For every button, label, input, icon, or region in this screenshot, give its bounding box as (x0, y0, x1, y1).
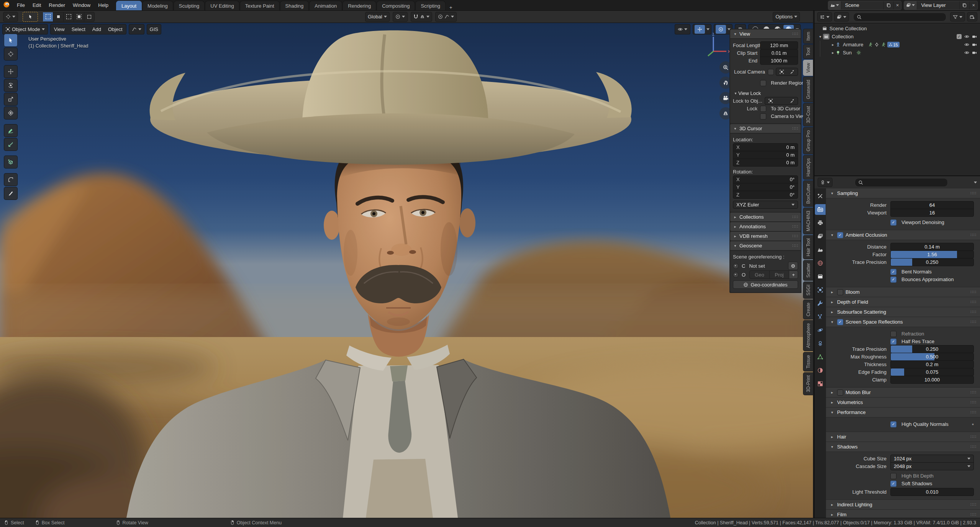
outliner-row-scene-collection[interactable]: Scene Collection (814, 25, 980, 33)
outliner-filter-dropdown[interactable] (950, 12, 965, 21)
high-bit-depth-checkbox[interactable] (890, 473, 896, 479)
hide-eye-icon[interactable] (964, 50, 969, 55)
menu-select[interactable]: Select (69, 26, 88, 32)
scene-selector[interactable]: Scene × (828, 1, 902, 10)
motion-blur-checkbox[interactable] (837, 390, 843, 396)
navigation-axis-gizmo[interactable]: z x (702, 31, 732, 62)
panel-motion-blur-header[interactable]: ▸ Motion Blur∷∷ (826, 388, 980, 398)
tool-measure[interactable] (4, 138, 18, 151)
sidebar-tab-3dprint[interactable]: 3D-Print (803, 372, 813, 395)
panel-annotations-header[interactable]: ▸Annotations∷∷ (730, 222, 801, 231)
menu-help[interactable]: Help (94, 0, 112, 10)
outliner-row-collection[interactable]: ▾ Collection ✓ (814, 33, 980, 41)
curve-falloff-dropdown[interactable] (129, 24, 144, 34)
panel-sss-header[interactable]: ▸Subsurface Scattering∷∷ (826, 307, 980, 317)
tab-particle-properties[interactable] (815, 311, 826, 322)
options-dropdown[interactable]: Options (773, 12, 800, 22)
tab-texture-properties[interactable] (815, 378, 826, 389)
render-region-checkbox[interactable] (760, 80, 766, 86)
sidebar-tab-machin3[interactable]: MACHIN3 (803, 208, 813, 234)
tab-scripting[interactable]: Scripting (415, 1, 446, 10)
tool-add-cube[interactable] (4, 155, 18, 169)
panel-bloom-header[interactable]: ▸ Bloom∷∷ (826, 287, 980, 297)
view-lock-subheader[interactable]: ▾View Lock (733, 90, 798, 97)
local-camera-field[interactable] (776, 68, 798, 76)
lock-to-object-field[interactable] (765, 97, 798, 105)
panel-ssr-header[interactable]: ▾ Screen Space Reflections∷∷ (826, 317, 980, 327)
panel-dof-header[interactable]: ▸Depth of Field∷∷ (826, 297, 980, 307)
properties-editor-type-dropdown[interactable] (818, 178, 833, 187)
ao-checkbox[interactable] (837, 232, 843, 238)
viewport-samples-field[interactable]: 16 (890, 209, 974, 217)
focal-length-field[interactable]: 120 mm (760, 41, 798, 49)
panel-indirect-lighting-header[interactable]: ▸Indirect Lighting∷∷ (826, 500, 980, 510)
menu-add[interactable]: Add (90, 26, 104, 32)
outliner-search[interactable] (853, 13, 946, 21)
tab-collection-properties[interactable] (815, 271, 826, 282)
view-layer-selector[interactable]: View Layer × (904, 1, 978, 10)
panel-performance-header[interactable]: ▾Performance∷∷ (826, 408, 980, 417)
tool-transform[interactable] (4, 106, 18, 119)
select-mode-invert[interactable] (74, 12, 84, 21)
orientation-dropdown[interactable]: Global (365, 12, 390, 22)
tab-uv-editing[interactable]: UV Editing (205, 1, 239, 10)
properties-options-dropdown[interactable] (974, 182, 977, 183)
camera-to-view-checkbox[interactable] (760, 113, 766, 119)
tab-render-properties[interactable] (815, 204, 826, 215)
half-res-trace-checkbox[interactable] (890, 339, 896, 345)
sidebar-tab-grouppro[interactable]: Group Pro (803, 127, 813, 154)
bounces-approximation-checkbox[interactable] (890, 277, 896, 283)
tab-view-layer-properties[interactable] (815, 231, 826, 242)
geo-coordinates-button[interactable]: Geo-coordinates (733, 280, 798, 289)
outliner-display-mode-dropdown[interactable] (817, 12, 832, 21)
select-mode-extend[interactable] (53, 12, 64, 21)
menu-object[interactable]: Object (105, 26, 125, 32)
hide-eye-icon[interactable] (964, 34, 969, 39)
properties-search[interactable] (855, 178, 948, 187)
panel-collections-header[interactable]: ▸Collections∷∷ (730, 213, 801, 221)
local-camera-checkbox[interactable] (768, 69, 774, 75)
hide-eye-icon[interactable] (964, 42, 969, 47)
geoscene-proj-button[interactable]: Proj (769, 270, 789, 279)
tab-material-properties[interactable] (815, 365, 826, 376)
view-layer-copy-button[interactable] (959, 1, 969, 10)
render-restrict-icon[interactable] (972, 42, 977, 47)
cursor-rot-y-field[interactable]: Y0° (733, 183, 798, 191)
tab-output-properties[interactable] (815, 218, 826, 228)
tab-tool-properties[interactable] (815, 191, 826, 201)
disclosure-icon[interactable]: ▸ (830, 43, 836, 47)
outliner-filter-id-dropdown[interactable] (834, 12, 849, 21)
render-restrict-icon[interactable] (972, 50, 977, 55)
sidebar-tab-ssgi[interactable]: SSGI (803, 282, 813, 299)
cursor-loc-z-field[interactable]: Z0 m (733, 159, 798, 167)
tool-rotate[interactable] (4, 79, 18, 92)
tab-modifier-properties[interactable] (815, 298, 826, 309)
object-visibility-dropdown[interactable] (675, 24, 690, 34)
panel-film-header[interactable]: ▸Film∷∷ (826, 510, 980, 518)
tab-object-data-properties[interactable] (815, 352, 826, 362)
edge-fading-slider[interactable]: 0.075 (890, 368, 974, 376)
tool-cursor[interactable] (4, 47, 18, 61)
select-mode-subtract[interactable] (64, 12, 74, 21)
sidebar-tab-scatter[interactable]: Scatter (803, 260, 813, 281)
outliner-row-armature[interactable]: ▸ Armature 15 (814, 41, 980, 49)
tab-compositing[interactable]: Compositing (377, 1, 415, 10)
clip-end-field[interactable]: 1000 m (760, 57, 798, 65)
ao-distance-field[interactable]: 0.14 m (890, 243, 974, 251)
select-mode-new[interactable] (43, 12, 53, 21)
panel-sampling-header[interactable]: ▾Sampling∷∷ (826, 188, 980, 198)
lock-3d-cursor-checkbox[interactable] (760, 106, 766, 112)
proportional-edit-group[interactable] (435, 12, 457, 22)
geoscene-geo-button[interactable]: Geo (749, 270, 769, 279)
panel-vdb-remesh-header[interactable]: ▸VDB remesh∷∷ (730, 232, 801, 241)
geoscene-o-radio[interactable] (733, 272, 739, 278)
menu-render[interactable]: Render (45, 0, 69, 10)
geoscene-settings-button[interactable]: ⚙ (788, 262, 798, 270)
tool-select-box[interactable] (4, 34, 18, 47)
bent-normals-checkbox[interactable] (890, 269, 896, 275)
sidebar-tab-tool[interactable]: Tool (803, 44, 813, 59)
tool-knife-project[interactable] (4, 187, 18, 200)
active-tool-dropdown[interactable] (3, 12, 18, 22)
refraction-checkbox[interactable] (890, 331, 896, 337)
ssr-clamp-field[interactable]: 10.000 (890, 376, 974, 384)
